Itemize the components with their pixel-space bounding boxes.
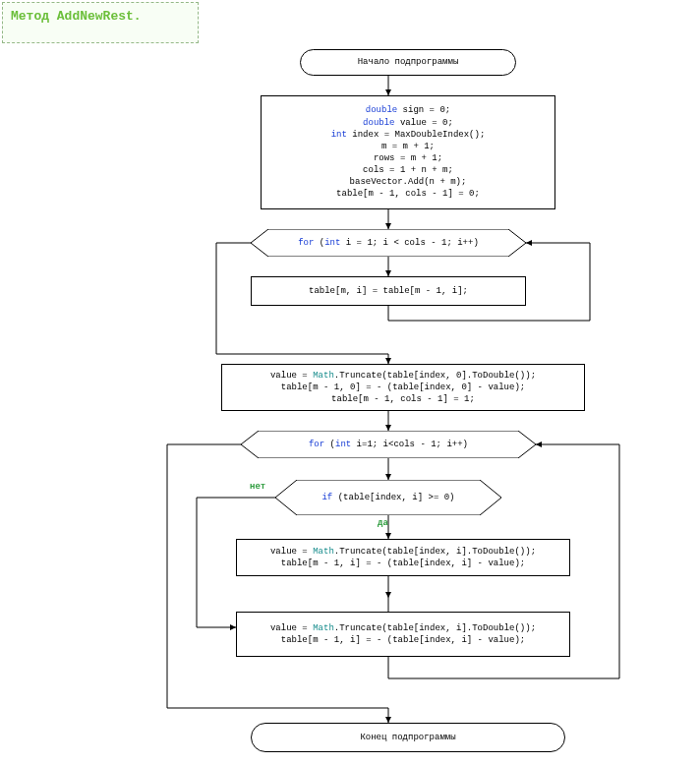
process-truncate-yes: value = Math.Truncate(table[index, i].To… — [236, 539, 570, 576]
process-truncate-col0: value = Math.Truncate(table[index, 0].To… — [221, 364, 585, 411]
process-init: double sign = 0; double value = 0; int i… — [261, 95, 555, 209]
method-title-text: Метод AddNewRest. — [11, 9, 142, 24]
end-text: Конец подпрограммы — [360, 732, 455, 743]
end-terminator: Конец подпрограммы — [251, 723, 565, 752]
start-text: Начало подпрограммы — [358, 56, 459, 68]
method-title: Метод AddNewRest. — [2, 2, 199, 43]
loop2-hex: for (int i=1; i<cols - 1; i++) — [241, 431, 536, 458]
label-yes: да — [378, 518, 388, 528]
process-truncate-no: value = Math.Truncate(table[index, i].To… — [236, 612, 570, 657]
label-no: нет — [250, 482, 265, 492]
start-terminator: Начало подпрограммы — [300, 49, 516, 76]
process-copy-row: table[m, i] = table[m - 1, i]; — [251, 276, 526, 306]
loop1-hex: for (int i = 1; i < cols - 1; i++) — [251, 229, 526, 257]
condition-check: if (table[index, i] >= 0) — [275, 480, 501, 515]
